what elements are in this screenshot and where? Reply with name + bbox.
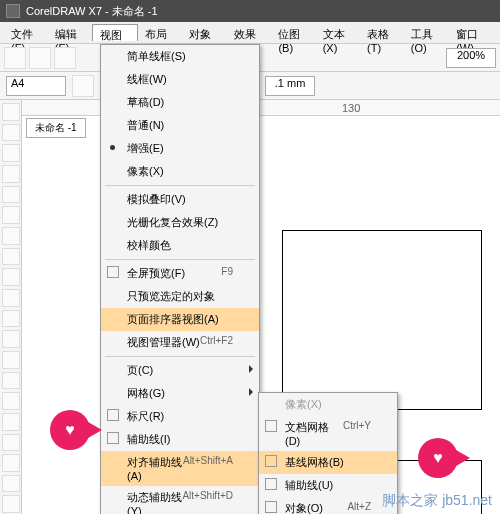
menu-item-label: 只预览选定的对象 [127, 289, 215, 304]
tool-button[interactable] [2, 330, 20, 348]
menu-item-label: 普通(N) [127, 118, 164, 133]
menu-item[interactable]: 窗口(W) [449, 24, 496, 41]
watermark: 脚本之家 jb51.net [382, 492, 492, 510]
submenu-item-label: 辅助线(U) [285, 478, 333, 493]
tool-button[interactable] [2, 227, 20, 245]
toolbar-button[interactable] [54, 47, 76, 69]
tool-button[interactable] [2, 310, 20, 328]
menu-shortcut: Alt+Shift+A [183, 455, 233, 482]
submenu-item[interactable]: 文档网格(D)Ctrl+Y [259, 416, 397, 451]
menu-item[interactable]: 工具(O) [404, 24, 449, 41]
bullet-icon [110, 145, 115, 150]
menu-icon [107, 409, 119, 421]
tool-button[interactable] [2, 372, 20, 390]
menu-item[interactable]: 草稿(D) [101, 91, 259, 114]
toolbar-button[interactable] [4, 47, 26, 69]
menu-item[interactable]: 辅助线(I) [101, 428, 259, 451]
toolbox [0, 100, 22, 514]
menu-item[interactable]: 只预览选定的对象 [101, 285, 259, 308]
nudge-input[interactable]: .1 mm [265, 76, 315, 96]
menu-icon [107, 266, 119, 278]
menu-item[interactable]: 表格(T) [360, 24, 404, 41]
menu-item[interactable]: 页(C) [101, 359, 259, 382]
annotation-badge: ♥ [50, 410, 90, 450]
menu-item[interactable]: 网格(G) [101, 382, 259, 405]
menu-item[interactable]: 编辑(E) [48, 24, 92, 41]
menu-item[interactable]: 页面排序器视图(A) [101, 308, 259, 331]
menu-item-label: 标尺(R) [127, 409, 164, 424]
title-bar: CorelDRAW X7 - 未命名 -1 [0, 0, 500, 22]
menu-item[interactable]: 标尺(R) [101, 405, 259, 428]
zoom-select[interactable]: 200% [446, 48, 496, 68]
tool-button[interactable] [2, 434, 20, 452]
tool-button[interactable] [2, 206, 20, 224]
window-title: CorelDRAW X7 - 未命名 -1 [26, 4, 158, 19]
submenu-arrow-icon [249, 388, 253, 396]
menu-item-label: 模拟叠印(V) [127, 192, 186, 207]
menu-item[interactable]: 布局(L) [138, 24, 181, 41]
menu-item[interactable]: 视图(V) [92, 24, 138, 41]
menu-item-label: 增强(E) [127, 141, 164, 156]
tool-button[interactable] [2, 495, 20, 513]
document-tab[interactable]: 未命名 -1 [26, 118, 86, 138]
toolbar-button[interactable] [29, 47, 51, 69]
menu-item-label: 网格(G) [127, 386, 165, 401]
menu-item[interactable]: 线框(W) [101, 68, 259, 91]
submenu-item[interactable]: 对象(O)Alt+Z [259, 497, 397, 514]
tool-button[interactable] [2, 413, 20, 431]
menu-item[interactable]: 文本(X) [316, 24, 360, 41]
menu-item-label: 像素(X) [127, 164, 164, 179]
tool-button[interactable] [2, 392, 20, 410]
menu-item[interactable]: 全屏预览(F)F9 [101, 262, 259, 285]
tool-button[interactable] [2, 475, 20, 493]
menu-item[interactable]: 简单线框(S) [101, 45, 259, 68]
menu-icon [265, 478, 277, 490]
menu-item-label: 辅助线(I) [127, 432, 170, 447]
menu-item-label: 光栅化复合效果(Z) [127, 215, 218, 230]
menu-item[interactable]: 位图(B) [271, 24, 315, 41]
menu-item[interactable]: 像素(X) [101, 160, 259, 183]
tool-button[interactable] [2, 165, 20, 183]
menu-item-label: 页面排序器视图(A) [127, 312, 219, 327]
menu-item[interactable]: 对齐辅助线(A)Alt+Shift+A [101, 451, 259, 486]
menu-item[interactable]: 文件(F) [4, 24, 48, 41]
submenu-item-label: 文档网格(D) [285, 420, 343, 447]
menu-item[interactable]: 普通(N) [101, 114, 259, 137]
menu-item[interactable]: 模拟叠印(V) [101, 188, 259, 211]
tool-button[interactable] [2, 186, 20, 204]
menu-item-label: 全屏预览(F) [127, 266, 185, 281]
page-size-select[interactable]: A4 [6, 76, 66, 96]
menu-item[interactable]: 动态辅助线(Y)Alt+Shift+D [101, 486, 259, 514]
tool-button[interactable] [2, 124, 20, 142]
menu-item[interactable]: 增强(E) [101, 137, 259, 160]
menu-item[interactable]: 效果(C) [227, 24, 272, 41]
ruler-horizontal: 50100130 [22, 100, 500, 116]
submenu-item[interactable]: 基线网格(B) [259, 451, 397, 474]
menu-shortcut: F9 [221, 266, 233, 281]
submenu-item[interactable]: 辅助线(U) [259, 474, 397, 497]
ruler-tick: 130 [342, 102, 360, 114]
tool-button[interactable] [2, 454, 20, 472]
snap-submenu: 像素(X)文档网格(D)Ctrl+Y基线网格(B)辅助线(U)对象(O)Alt+… [258, 392, 398, 514]
menu-item-label: 校样颜色 [127, 238, 171, 253]
menu-shortcut: Alt+Shift+D [182, 490, 233, 514]
menu-item-label: 线框(W) [127, 72, 167, 87]
orientation-button[interactable] [72, 75, 94, 97]
menu-item[interactable]: 视图管理器(W)Ctrl+F2 [101, 331, 259, 354]
tool-button[interactable] [2, 144, 20, 162]
menu-item[interactable]: 对象(C) [182, 24, 227, 41]
tool-button[interactable] [2, 248, 20, 266]
tool-button[interactable] [2, 103, 20, 121]
menu-icon [107, 432, 119, 444]
menu-item[interactable]: 光栅化复合效果(Z) [101, 211, 259, 234]
menu-shortcut: Ctrl+F2 [200, 335, 233, 350]
menu-shortcut: Ctrl+Y [343, 420, 371, 447]
menu-item[interactable]: 校样颜色 [101, 234, 259, 257]
menu-item-label: 草稿(D) [127, 95, 164, 110]
tool-button[interactable] [2, 351, 20, 369]
tool-button[interactable] [2, 268, 20, 286]
tool-button[interactable] [2, 289, 20, 307]
submenu-item-label: 对象(O) [285, 501, 323, 514]
menu-bar: 文件(F)编辑(E)视图(V)布局(L)对象(C)效果(C)位图(B)文本(X)… [0, 22, 500, 44]
submenu-item: 像素(X) [259, 393, 397, 416]
